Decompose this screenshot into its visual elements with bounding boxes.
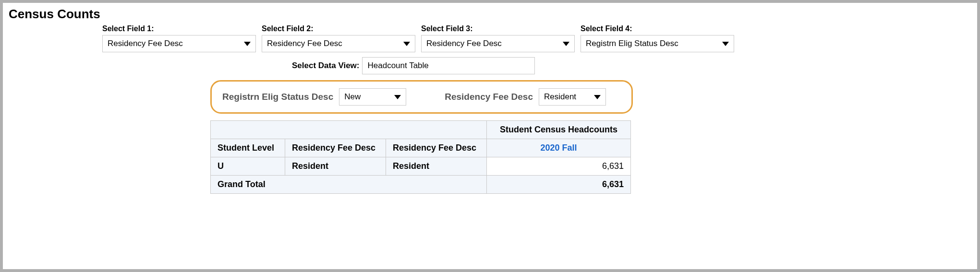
grand-total-row: Grand Total 6,631 — [211, 176, 631, 194]
table-header-row-2: Student Level Residency Fee Desc Residen… — [211, 139, 631, 157]
chevron-down-icon — [244, 42, 251, 46]
chevron-down-icon — [594, 95, 601, 99]
field-1-select[interactable]: Residency Fee Desc — [102, 35, 256, 52]
chevron-down-icon — [563, 42, 569, 46]
grand-total-value: 6,631 — [487, 176, 631, 194]
field-4-select[interactable]: Registrn Elig Status Desc — [581, 35, 734, 52]
col-residency-1: Residency Fee Desc — [285, 139, 386, 157]
cell-student-level: U — [211, 157, 285, 176]
data-view-value: Headcount Table — [367, 61, 428, 71]
chevron-down-icon — [403, 42, 410, 46]
field-3-select[interactable]: Residency Fee Desc — [421, 35, 575, 52]
field-3-value: Residency Fee Desc — [426, 39, 502, 48]
col-student-level: Student Level — [211, 139, 285, 157]
page: Census Counts Select Field 1: Residency … — [3, 3, 977, 269]
data-view-select[interactable]: Headcount Table — [362, 57, 535, 74]
field-selector-row: Select Field 1: Residency Fee Desc Selec… — [102, 24, 971, 52]
field-2-value: Residency Fee Desc — [267, 39, 342, 48]
headcounts-header: Student Census Headcounts — [487, 121, 631, 139]
filter-bar: Registrn Elig Status Desc New Residency … — [210, 80, 633, 114]
chevron-down-icon — [722, 42, 729, 46]
data-view-label: Select Data View: — [292, 61, 359, 71]
chevron-down-icon — [394, 95, 401, 99]
cell-residency-2: Resident — [386, 157, 487, 176]
col-residency-2: Residency Fee Desc — [386, 139, 487, 157]
filter-a-value: New — [344, 92, 361, 102]
field-2-select[interactable]: Residency Fee Desc — [262, 35, 415, 52]
field-2-label: Select Field 2: — [262, 24, 415, 33]
field-4-value: Registrn Elig Status Desc — [586, 39, 678, 48]
grand-total-label: Grand Total — [211, 176, 487, 194]
field-1-value: Residency Fee Desc — [108, 39, 183, 48]
field-4-label: Select Field 4: — [581, 24, 734, 33]
filter-a-label: Registrn Elig Status Desc — [222, 92, 333, 102]
cell-value: 6,631 — [487, 157, 631, 176]
cell-residency-1: Resident — [285, 157, 386, 176]
filter-b-group: Residency Fee Desc Resident — [445, 88, 606, 106]
field-1-label: Select Field 1: — [102, 24, 256, 33]
field-4-group: Select Field 4: Registrn Elig Status Des… — [581, 24, 734, 52]
filter-b-value: Resident — [544, 92, 576, 102]
page-title: Census Counts — [9, 7, 971, 22]
filter-a-group: Registrn Elig Status Desc New — [222, 88, 406, 106]
filter-b-label: Residency Fee Desc — [445, 92, 533, 102]
filter-a-select[interactable]: New — [339, 88, 406, 106]
field-2-group: Select Field 2: Residency Fee Desc — [262, 24, 415, 52]
field-3-label: Select Field 3: — [421, 24, 575, 33]
field-3-group: Select Field 3: Residency Fee Desc — [421, 24, 575, 52]
table-header-row-1: Student Census Headcounts — [211, 121, 631, 139]
term-header[interactable]: 2020 Fall — [487, 139, 631, 157]
filter-b-select[interactable]: Resident — [539, 88, 606, 106]
empty-header — [211, 121, 487, 139]
field-1-group: Select Field 1: Residency Fee Desc — [102, 24, 256, 52]
data-view-row: Select Data View: Headcount Table — [292, 57, 971, 74]
table-container: Student Census Headcounts Student Level … — [210, 120, 971, 194]
census-table: Student Census Headcounts Student Level … — [210, 120, 631, 194]
table-row: U Resident Resident 6,631 — [211, 157, 631, 176]
